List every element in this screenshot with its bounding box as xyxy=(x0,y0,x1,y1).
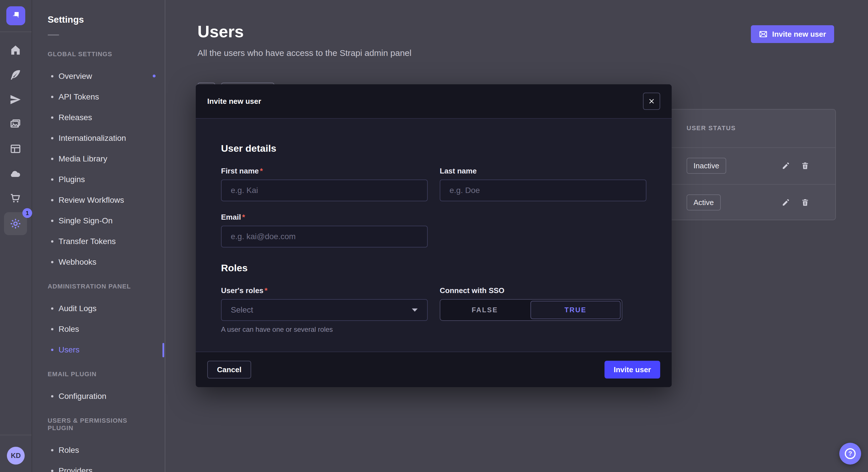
rail-divider xyxy=(0,32,32,32)
required-marker: * xyxy=(260,167,263,175)
users-roles-label: User's roles* xyxy=(221,286,428,295)
table-row-actions xyxy=(781,198,822,209)
page-title: Users xyxy=(197,22,244,41)
invite-new-user-button[interactable]: Invite new user xyxy=(751,25,834,43)
strapi-admin-app: 1 KD Settings GLOBAL SETTINGS Overview A… xyxy=(0,0,868,472)
bullet-icon xyxy=(51,470,53,472)
connect-with-sso-label: Connect with SSO xyxy=(440,286,646,295)
home-nav-item[interactable] xyxy=(0,38,32,63)
settings-nav-item[interactable]: 1 xyxy=(0,210,32,235)
envelope-icon xyxy=(759,30,768,38)
sidebar-item-internationalization[interactable]: Internationalization xyxy=(33,128,165,148)
media-library-nav-item[interactable] xyxy=(0,112,32,136)
sidebar-item-media-library[interactable]: Media Library xyxy=(33,148,165,169)
sidebar-item-review-workflows[interactable]: Review Workflows xyxy=(33,190,165,210)
sidebar-section-administration-panel: ADMINISTRATION PANEL Audit Logs Roles Us… xyxy=(33,283,165,360)
grid-spacer xyxy=(440,213,646,247)
sidebar-section-email-plugin: EMAIL PLUGIN Configuration xyxy=(33,370,165,407)
help-button[interactable]: ? xyxy=(839,443,861,465)
content-manager-nav-item[interactable] xyxy=(0,136,32,161)
deploy-nav-item[interactable] xyxy=(0,87,32,112)
bullet-icon xyxy=(51,220,53,222)
bullet-icon xyxy=(51,178,53,181)
feather-icon xyxy=(9,69,22,81)
sidebar-section-label: GLOBAL SETTINGS xyxy=(48,50,150,58)
settings-sidebar-title: Settings xyxy=(48,15,165,24)
sidebar-section-global-settings: GLOBAL SETTINGS Overview API Tokens Rele… xyxy=(33,50,165,272)
trash-icon xyxy=(801,198,809,209)
cloud-nav-item[interactable] xyxy=(0,161,32,186)
modal-footer: Cancel Invite user xyxy=(196,351,672,387)
users-roles-field-group: User's roles* Select A user can have one… xyxy=(221,286,428,334)
settings-active-highlight: 1 xyxy=(4,212,27,235)
sidebar-item-admin-roles[interactable]: Roles xyxy=(33,319,165,339)
sidebar-item-transfer-tokens[interactable]: Transfer Tokens xyxy=(33,231,165,252)
edit-user-button[interactable] xyxy=(781,161,790,172)
close-icon xyxy=(648,98,655,105)
email-label: Email* xyxy=(221,213,428,222)
strapi-logo[interactable] xyxy=(6,6,25,25)
modal-title: Invite new user xyxy=(207,97,261,106)
settings-notification-badge: 1 xyxy=(22,208,32,218)
first-name-label: First name* xyxy=(221,167,428,175)
bullet-icon xyxy=(51,395,53,398)
bullet-icon xyxy=(51,349,53,351)
chevron-down-icon xyxy=(412,308,418,312)
home-icon xyxy=(9,44,22,57)
users-roles-select[interactable]: Select xyxy=(221,299,428,321)
modal-close-button[interactable] xyxy=(643,93,660,110)
content-type-builder-nav-item[interactable] xyxy=(0,63,32,87)
status-badge: Active xyxy=(687,194,721,210)
edit-user-button[interactable] xyxy=(781,198,790,209)
sidebar-item-audit-logs[interactable]: Audit Logs xyxy=(33,298,165,319)
content-manager-icon xyxy=(9,142,22,155)
pencil-icon xyxy=(781,161,790,172)
bullet-icon xyxy=(51,137,53,139)
sidebar-item-up-roles[interactable]: Roles xyxy=(33,440,165,461)
last-name-label: Last name xyxy=(440,167,646,175)
table-row-actions xyxy=(781,161,822,172)
sidebar-item-providers[interactable]: Providers xyxy=(33,461,165,472)
sso-option-false[interactable]: FALSE xyxy=(440,300,529,320)
required-marker: * xyxy=(265,286,268,295)
bullet-icon xyxy=(51,449,53,451)
email-field-group: Email* xyxy=(221,213,428,247)
sso-field-group: Connect with SSO FALSE TRUE xyxy=(440,286,646,334)
sidebar-item-webhooks[interactable]: Webhooks xyxy=(33,252,165,272)
settings-sidebar: Settings GLOBAL SETTINGS Overview API To… xyxy=(33,0,165,472)
sso-toggle: FALSE TRUE xyxy=(440,299,622,321)
trash-icon xyxy=(801,161,809,172)
bullet-icon xyxy=(51,199,53,201)
last-name-input[interactable] xyxy=(440,179,646,201)
sidebar-item-releases[interactable]: Releases xyxy=(33,107,165,128)
sidebar-scrollbar-thumb[interactable] xyxy=(162,343,164,357)
invite-user-submit-button[interactable]: Invite user xyxy=(604,361,660,378)
cloud-icon xyxy=(9,167,22,180)
bullet-icon xyxy=(51,261,53,263)
sidebar-item-api-tokens[interactable]: API Tokens xyxy=(33,87,165,107)
sidebar-item-users[interactable]: Users xyxy=(33,339,165,360)
send-icon xyxy=(9,93,22,106)
sso-option-true[interactable]: TRUE xyxy=(530,301,621,319)
sidebar-section-label: USERS & PERMISSIONS PLUGIN xyxy=(48,417,150,432)
overview-notification-dot xyxy=(153,74,156,77)
bullet-icon xyxy=(51,96,53,98)
last-name-field-group: Last name xyxy=(440,167,646,201)
roles-grid: User's roles* Select A user can have one… xyxy=(221,286,646,334)
cancel-button[interactable]: Cancel xyxy=(207,361,251,378)
sidebar-item-plugins[interactable]: Plugins xyxy=(33,169,165,190)
roles-heading: Roles xyxy=(221,262,646,274)
sidebar-item-single-sign-on[interactable]: Single Sign-On xyxy=(33,210,165,231)
sidebar-item-overview[interactable]: Overview xyxy=(33,66,165,87)
first-name-input[interactable] xyxy=(221,179,428,201)
marketplace-nav-item[interactable] xyxy=(0,186,32,210)
user-avatar[interactable]: KD xyxy=(7,447,25,465)
bullet-icon xyxy=(51,307,53,310)
sidebar-item-configuration[interactable]: Configuration xyxy=(33,386,165,407)
email-input[interactable] xyxy=(221,226,428,247)
delete-user-button[interactable] xyxy=(801,161,809,172)
cart-icon xyxy=(9,192,22,204)
sidebar-section-users-permissions-plugin: USERS & PERMISSIONS PLUGIN Roles Provide… xyxy=(33,417,165,472)
status-badge: Inactive xyxy=(687,158,726,174)
delete-user-button[interactable] xyxy=(801,198,809,209)
